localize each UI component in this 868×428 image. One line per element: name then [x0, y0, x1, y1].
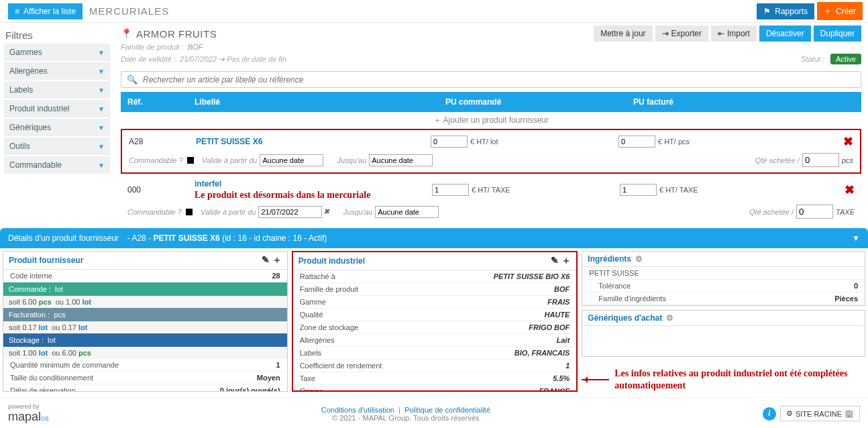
table-row: A28 PETIT SUISSE X6 € HT/ lot € HT/ pcs✖ [122, 131, 860, 152]
deactivate-button[interactable]: Désactiver [759, 25, 811, 42]
search-box[interactable]: 🔍 [121, 71, 861, 88]
chevron-down-icon: ▼ [98, 87, 105, 94]
add-icon[interactable]: ＋ [272, 254, 282, 265]
update-button[interactable]: Mettre à jour [594, 25, 652, 42]
gear-icon[interactable]: ⚙ [666, 313, 673, 323]
info-icon[interactable]: i [763, 407, 776, 421]
filter-allergenes[interactable]: Allergènes▼ [4, 62, 110, 80]
product-link[interactable]: PETIT SUISSE X6 [196, 137, 262, 146]
flag-icon: ⚑ [763, 7, 771, 16]
pu-invoiced-input[interactable] [618, 136, 655, 148]
sidebar: Filtres Gammes▼ Allergènes▼ Labels▼ Prod… [0, 23, 114, 223]
stockage-bar: Stockage : lot [3, 333, 287, 347]
search-input[interactable] [143, 75, 855, 85]
export-button[interactable]: ⇥Exporter [655, 25, 708, 42]
product-link[interactable]: interfel [195, 179, 221, 189]
delete-row-button[interactable]: ✖ [845, 182, 855, 197]
plus-icon: ＋ [433, 115, 441, 125]
panel-generics: Génériques d'achat ⚙ [582, 310, 865, 357]
commande-bar: Commande : lot [3, 282, 287, 296]
qty-input[interactable] [802, 153, 839, 167]
export-icon: ⇥ [662, 29, 669, 38]
table-sub-row: Commandable ? Valide à partir du Jusqu'a… [122, 152, 860, 171]
valid-until-input[interactable] [369, 154, 433, 166]
commandable-checkbox[interactable] [187, 157, 194, 164]
delete-row-button[interactable]: ✖ [843, 134, 853, 149]
topbar: ≡ Afficher la liste MERCURIALES ⚑ Rappor… [0, 0, 868, 23]
family-meta: Famille de produit : BOF [121, 42, 861, 52]
pu-commanded-input[interactable] [431, 136, 468, 148]
filter-generiques[interactable]: Génériques▼ [4, 119, 110, 136]
validity-to: Pas de date de fin [227, 55, 286, 63]
panel-supplier: Produit fournisseur ✎ ＋ Code interne28 C… [3, 251, 288, 392]
pu-invoiced-input[interactable] [620, 184, 657, 196]
valid-from-input[interactable] [260, 154, 323, 166]
chevron-down-icon: ▼ [98, 68, 105, 75]
privacy-link[interactable]: Politique de confidentialité [404, 406, 490, 414]
annotation-arrow: Les infos relatives au produit industrie… [582, 361, 865, 392]
add-icon[interactable]: ＋ [561, 255, 571, 266]
industrial-row: LabelsBIO, FRANCAIS [293, 347, 577, 360]
col-pu2: PU facturé [627, 92, 861, 112]
filter-produit-industriel[interactable]: Produit industriel▼ [4, 100, 110, 117]
validity-from: 21/07/2022 [180, 55, 217, 63]
qty-input[interactable] [796, 205, 833, 219]
detail-bar-title: Détails d'un produit fournisseur [8, 233, 119, 243]
brand-logo: powered by mapalos [8, 403, 49, 424]
add-product-row[interactable]: ＋ Ajouter un produit fournisseur [121, 112, 861, 129]
map-pin-icon: 📍 [121, 28, 132, 39]
filter-outils[interactable]: Outils▼ [4, 138, 110, 155]
reports-label: Rapports [775, 7, 808, 16]
annotation-text: Le produit est désormais dans la mercuri… [195, 190, 432, 201]
terms-link[interactable]: Conditions d'utilisation [321, 406, 394, 414]
industrial-row: QualitéHAUTE [293, 309, 577, 321]
content-header: 📍 ARMOR FRUITS Mettre à jour ⇥Exporter ⇤… [121, 25, 861, 42]
filters-title: Filtres [4, 27, 110, 44]
valid-from-input[interactable] [258, 206, 322, 218]
industrial-row: OrigineFRANCE [293, 385, 577, 390]
filter-gammes[interactable]: Gammes▼ [4, 44, 110, 61]
col-ref: Réf. [121, 92, 188, 112]
panel-industrial: Produit industriel ✎ ＋ Rattaché àPETIT S… [292, 251, 578, 392]
import-button[interactable]: ⇤Import [711, 25, 757, 42]
copyright: © 2021 - MAPAL Group. Tous droits réserv… [332, 414, 479, 422]
show-list-button[interactable]: ≡ Afficher la liste [8, 3, 83, 19]
valid-until-input[interactable] [375, 206, 439, 218]
page-title: MERCURIALES [89, 5, 169, 17]
filter-labels[interactable]: Labels▼ [4, 81, 110, 99]
facturation-bar: Facturation : pcs [3, 308, 287, 321]
status-badge: Active [830, 54, 861, 64]
commandable-checkbox[interactable] [186, 209, 193, 215]
row-ref: A28 [129, 137, 196, 146]
edit-icon[interactable]: ✎ [551, 255, 559, 266]
supplier-name: ARMOR FRUITS [136, 28, 217, 40]
col-pu1: PU commandé [439, 92, 627, 112]
highlighted-row-box: A28 PETIT SUISSE X6 € HT/ lot € HT/ pcs✖… [121, 129, 861, 174]
footer: powered by mapalos Conditions d'utilisat… [0, 397, 868, 428]
building-icon: 🏢 [845, 409, 854, 418]
show-list-label: Afficher la liste [23, 7, 76, 16]
industrial-row: AllergènesLait [293, 334, 577, 347]
create-label: Créer [836, 7, 856, 16]
site-button[interactable]: ⚙SITE RACINE🏢 [780, 406, 860, 421]
arrow-icon: ➔ [219, 55, 225, 64]
detail-bar[interactable]: Détails d'un produit fournisseur - A28 -… [0, 228, 868, 248]
reports-button[interactable]: ⚑ Rapports [757, 3, 814, 19]
filter-commandable[interactable]: Commandable▼ [4, 156, 110, 174]
panel-title: Produit industriel [299, 256, 365, 266]
chevron-down-icon: ▼ [98, 49, 105, 56]
pu-commanded-input[interactable] [432, 184, 469, 196]
chevron-down-icon: ▼ [98, 124, 105, 131]
chevron-down-icon[interactable]: ▼ [852, 233, 860, 243]
gear-icon[interactable]: ⚙ [635, 254, 643, 264]
panel-ingredients: Ingrédients ⚙ PETIT SUISSE Tolérance0 Fa… [582, 251, 865, 306]
plus-icon: ＋ [824, 5, 832, 17]
status-label: Statut : [801, 55, 824, 63]
edit-icon[interactable]: ✎ [262, 254, 270, 265]
create-button[interactable]: ＋ Créer [817, 2, 863, 20]
duplicate-button[interactable]: Dupliquer [814, 25, 861, 42]
validity-label: Date de validité : [121, 55, 176, 63]
clear-date-icon[interactable]: ✖ [323, 207, 329, 216]
industrial-row: Taxe5.5% [293, 372, 577, 385]
panel-title: Ingrédients [588, 254, 631, 264]
